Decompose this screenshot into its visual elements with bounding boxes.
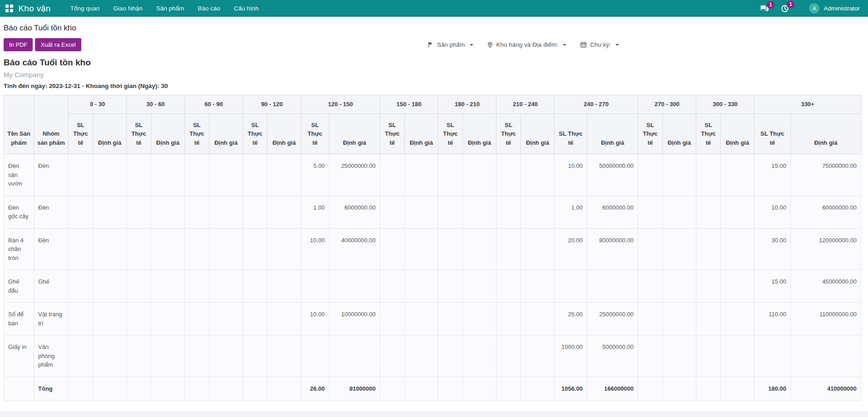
product-cell: Đèn sân vườn <box>4 154 34 196</box>
value-column-header: Định giá <box>209 113 243 154</box>
qty-cell <box>696 196 721 228</box>
qty-cell <box>496 303 521 335</box>
value-cell <box>268 303 301 335</box>
total-value-cell <box>663 377 696 401</box>
value-cell: 80000000.00 <box>587 228 638 270</box>
total-qty-cell <box>243 377 268 401</box>
qty-cell <box>638 196 663 228</box>
user-menu[interactable]: A Administrator <box>809 3 860 14</box>
value-cell: 50000000.00 <box>587 154 638 196</box>
qty-column-header: SL Thực tế <box>380 113 405 154</box>
product-cell: Giấy in <box>4 335 34 377</box>
value-cell <box>463 196 496 228</box>
value-cell <box>209 196 243 228</box>
messages-button[interactable]: 1 <box>760 5 769 12</box>
filter-product[interactable]: Sản phẩm <box>427 41 473 48</box>
actions-row: In PDF Xuất ra Excel Sản phẩm Kho hàng v… <box>4 38 864 51</box>
qty-cell <box>301 335 329 377</box>
nav-item-giao-nhan[interactable]: Giao Nhận <box>106 0 149 17</box>
nav-item-san-pham[interactable]: Sản phẩm <box>149 0 191 17</box>
nav-item-tong-quan[interactable]: Tổng quan <box>64 0 107 17</box>
value-cell <box>329 335 380 377</box>
qty-cell: 25.00 <box>555 303 587 335</box>
qty-cell <box>696 154 721 196</box>
table-row: Ghế đẩuGhế15.0045000000.00 <box>4 270 861 303</box>
qty-cell: 15.00 <box>754 154 791 196</box>
qty-column-header: SL Thực tế <box>185 113 209 154</box>
total-value-cell <box>721 377 754 401</box>
value-cell <box>721 154 754 196</box>
total-qty-cell <box>127 377 151 401</box>
product-column-header: Tên Sản phẩm <box>4 95 34 154</box>
activities-badge: 1 <box>787 1 795 8</box>
qty-cell <box>754 335 791 377</box>
filter-warehouse-location[interactable]: Kho hàng và Địa điểm: <box>487 41 567 49</box>
value-column-header: Định giá <box>329 113 380 154</box>
apps-menu-icon[interactable] <box>5 5 13 12</box>
messages-badge: 1 <box>767 1 775 9</box>
qty-cell <box>638 228 663 270</box>
qty-cell <box>127 196 151 228</box>
value-cell <box>663 303 696 335</box>
qty-cell: 1000.00 <box>555 335 587 377</box>
total-value-cell <box>405 377 438 401</box>
nav-item-cau-hinh[interactable]: Cấu hình <box>227 0 266 17</box>
value-cell: 110000000.00 <box>791 303 861 335</box>
qty-cell: 10.00 <box>301 228 329 270</box>
table-row: Sổ để bànVật trang trí10.0010000000.0025… <box>4 303 861 335</box>
value-cell <box>151 154 185 196</box>
qty-cell <box>380 154 405 196</box>
value-cell <box>268 335 301 377</box>
value-cell <box>151 335 185 377</box>
value-column-header: Định giá <box>791 113 861 154</box>
aging-table: Tên Sản phẩmNhóm sản phẩm0 - 3030 - 6060… <box>4 95 861 401</box>
value-column-header: Định giá <box>663 113 696 154</box>
bucket-header-row: Tên Sản phẩmNhóm sản phẩm0 - 3030 - 6060… <box>4 95 861 114</box>
bucket-header: 270 - 300 <box>638 95 696 114</box>
value-column-header: Định giá <box>463 113 496 154</box>
top-nav: Kho vận Tổng quan Giao Nhận Sản phẩm Báo… <box>0 0 868 17</box>
qty-column-header: SL Thực tế <box>69 113 93 154</box>
activities-button[interactable]: 1 <box>781 5 789 13</box>
value-cell: 10000000.00 <box>329 303 380 335</box>
qty-cell: 1.00 <box>301 196 329 228</box>
qty-cell <box>69 335 93 377</box>
print-pdf-button[interactable]: In PDF <box>4 38 33 51</box>
value-cell: 6000000.00 <box>587 196 638 228</box>
value-cell <box>93 154 127 196</box>
qty-cell <box>69 196 93 228</box>
qty-cell <box>69 303 93 335</box>
qty-cell <box>127 228 151 270</box>
product-cell: Đèn gốc cây <box>4 196 34 228</box>
qty-cell <box>301 270 329 303</box>
qty-cell: 10.00 <box>754 196 791 228</box>
bucket-header: 120 - 150 <box>301 95 380 114</box>
qty-cell <box>638 154 663 196</box>
app-brand[interactable]: Kho vận <box>19 4 51 14</box>
bucket-header: 30 - 60 <box>127 95 185 114</box>
qty-cell <box>438 270 463 303</box>
value-cell <box>721 335 754 377</box>
total-value-cell <box>521 377 555 401</box>
calendar-icon <box>580 41 587 48</box>
value-cell <box>721 270 754 303</box>
value-cell <box>268 196 301 228</box>
page-title: Báo cáo Tuổi tồn kho <box>4 24 864 33</box>
nav-item-bao-cao[interactable]: Báo cáo <box>191 0 227 17</box>
horizontal-scrollbar[interactable] <box>0 411 868 417</box>
qty-cell: 30.00 <box>754 228 791 270</box>
export-excel-button[interactable]: Xuất ra Excel <box>35 38 81 51</box>
qty-column-header: SL Thực tế <box>301 113 329 154</box>
total-qty-cell <box>696 377 721 401</box>
value-cell <box>405 228 438 270</box>
qty-cell <box>243 154 268 196</box>
value-cell <box>209 154 243 196</box>
filters: Sản phẩm Kho hàng và Địa điểm: <box>427 41 619 49</box>
qty-cell <box>69 270 93 303</box>
sub-header-row: SL Thực tếĐịnh giáSL Thực tếĐịnh giáSL T… <box>4 113 861 154</box>
value-cell: 40000000.00 <box>329 228 380 270</box>
value-cell <box>93 335 127 377</box>
bucket-header: 210 - 240 <box>496 95 555 114</box>
group-cell: Văn phòng phẩm <box>34 335 69 377</box>
filter-period[interactable]: Chu kỳ: <box>580 41 619 48</box>
